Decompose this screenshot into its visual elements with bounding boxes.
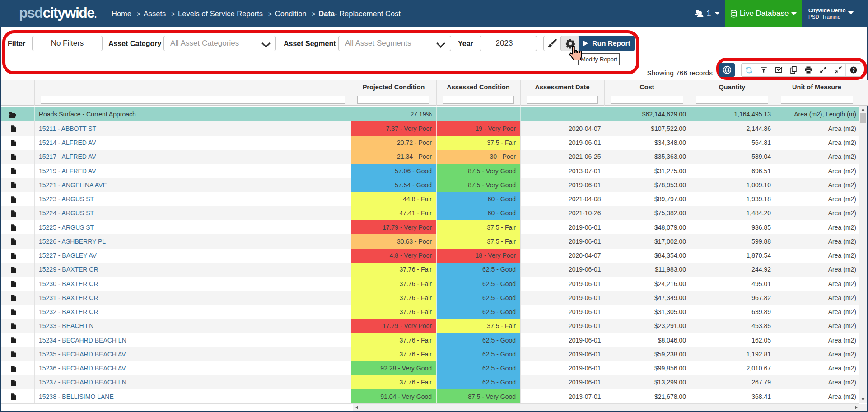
svg-text:?: ? xyxy=(852,67,854,73)
